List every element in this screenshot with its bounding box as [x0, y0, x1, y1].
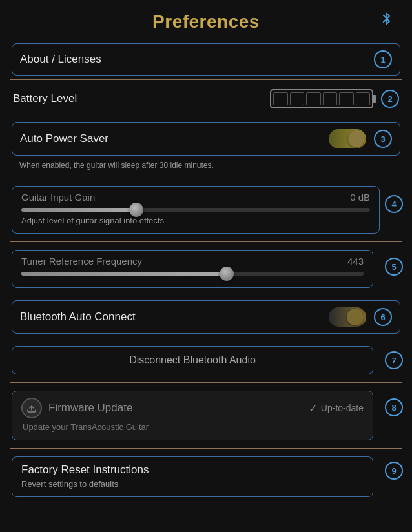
battery-seg-6 [356, 92, 371, 105]
gain-desc: Adjust level of guitar signal into effec… [21, 216, 370, 225]
battery-indicator [270, 89, 373, 108]
auto-power-toggle[interactable] [329, 129, 366, 148]
tuner-reference-section: Tuner Reference Frequency 443 [12, 250, 373, 288]
firmware-status: ✓ Up-to-date [309, 402, 364, 414]
firmware-badge: 8 [385, 398, 403, 416]
tuner-thumb[interactable] [220, 267, 234, 281]
bluetooth-auto-connect-row[interactable]: Bluetooth Auto Connect 6 [12, 300, 400, 334]
toggle-knob [348, 130, 365, 147]
tuner-header: Tuner Reference Frequency 443 [21, 256, 364, 267]
divider-5 [10, 296, 402, 296]
factory-sub: Revert settings to defaults [21, 479, 364, 489]
page-title: Preferences [152, 12, 260, 32]
firmware-update-section[interactable]: Firmware Update ✓ Up-to-date Update your… [12, 391, 373, 440]
gain-fill [21, 208, 136, 212]
firmware-status-text: Up-to-date [321, 403, 364, 413]
gain-track[interactable] [21, 208, 370, 212]
divider-6 [10, 338, 402, 338]
auto-power-subtext: When enabled, the guitar will sleep afte… [5, 159, 407, 175]
bluetooth-toggle-knob [347, 309, 364, 325]
bluetooth-icon [380, 12, 394, 30]
battery-badge: 2 [381, 90, 399, 108]
gain-badge: 4 [385, 195, 403, 213]
tuner-track[interactable] [21, 272, 364, 276]
bac-badge: 6 [374, 308, 392, 326]
disconnect-label: Disconnect Bluetooth Audio [129, 354, 256, 365]
aps-badge: 3 [374, 130, 392, 148]
gain-label: Guitar Input Gain [21, 192, 95, 203]
disconnect-badge: 7 [385, 351, 403, 369]
divider-7 [10, 382, 402, 383]
gain-header: Guitar Input Gain 0 dB [21, 192, 370, 203]
battery-seg-5 [339, 92, 354, 105]
about-licenses-row[interactable]: About / Licenses 1 [12, 43, 400, 76]
tuner-fill [21, 272, 227, 276]
divider-2 [10, 118, 402, 118]
battery-seg-1 [273, 92, 288, 105]
aps-right: 3 [329, 129, 392, 148]
battery-seg-3 [306, 92, 321, 105]
battery-seg-4 [323, 92, 338, 105]
about-badge: 1 [374, 50, 392, 68]
auto-power-saver-row[interactable]: Auto Power Saver 3 [12, 122, 400, 156]
checkmark-icon: ✓ [309, 402, 317, 414]
firmware-upload-icon [21, 398, 42, 418]
disconnect-bluetooth-button[interactable]: Disconnect Bluetooth Audio [12, 346, 373, 374]
factory-reset-section[interactable]: Factory Reset Instructions Revert settin… [12, 456, 373, 497]
factory-title: Factory Reset Instructions [21, 464, 364, 476]
guitar-input-gain-section: Guitar Input Gain 0 dB Adjust level of g… [12, 186, 380, 234]
battery-row: Battery Level 2 [5, 83, 407, 115]
battery-label: Battery Level [13, 92, 77, 105]
factory-badge: 9 [385, 462, 403, 480]
divider-3 [10, 178, 402, 178]
bac-right: 6 [329, 307, 392, 327]
auto-power-label: Auto Power Saver [20, 132, 108, 145]
about-label: About / Licenses [20, 53, 101, 66]
preferences-page: Preferences About / Licenses 1 Battery L… [0, 0, 412, 532]
battery-seg-2 [290, 92, 305, 105]
firmware-title: Firmware Update [48, 402, 132, 414]
tuner-label: Tuner Reference Frequency [21, 256, 142, 267]
divider-4 [10, 241, 402, 242]
bluetooth-label: Bluetooth Auto Connect [20, 311, 136, 323]
divider-1 [10, 79, 402, 80]
firmware-sub: Update your TransAcoustic Guitar [21, 422, 364, 432]
tuner-value: 443 [347, 256, 364, 267]
tuner-badge: 5 [385, 258, 403, 276]
header-divider [10, 39, 402, 39]
gain-thumb[interactable] [129, 203, 143, 217]
gain-value: 0 dB [350, 192, 370, 203]
divider-8 [10, 448, 402, 449]
bluetooth-toggle[interactable] [329, 307, 366, 327]
header: Preferences [5, 0, 407, 36]
battery-right: 2 [270, 89, 399, 108]
firmware-top: Firmware Update ✓ Up-to-date [21, 398, 364, 418]
